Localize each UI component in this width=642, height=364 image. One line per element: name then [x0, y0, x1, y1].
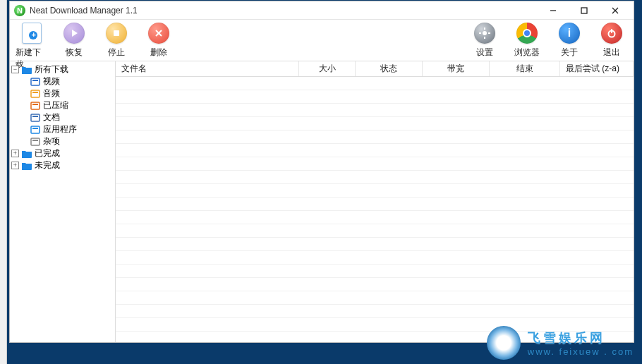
tool-label: 浏览器 [514, 47, 540, 59]
table-row[interactable] [116, 198, 634, 211]
tool-label: 停止 [108, 47, 125, 59]
list-body[interactable] [116, 77, 634, 342]
watermark: 飞雪娱乐网 www. feixuew . com [487, 326, 634, 360]
col-bandwidth[interactable]: 带宽 [423, 61, 490, 76]
category-icon [30, 113, 41, 123]
table-row[interactable] [116, 278, 634, 291]
table-row[interactable] [116, 144, 634, 157]
tree-incomplete[interactable]: + 未完成 [11, 159, 114, 171]
titlebar: N Neat Download Manager 1.1 [10, 1, 634, 20]
tree-all-downloads[interactable]: − 所有下载 [11, 63, 114, 75]
table-row[interactable] [116, 251, 634, 265]
folder-open-icon [21, 65, 32, 75]
exit-button[interactable]: 退出 [595, 23, 628, 59]
expand-icon[interactable]: + [11, 150, 19, 157]
delete-button[interactable]: 删除 [143, 23, 175, 59]
resume-button[interactable]: 恢复 [58, 23, 90, 59]
tree-category[interactable]: 已压缩 [11, 99, 114, 111]
watermark-title: 飞雪娱乐网 [528, 329, 634, 346]
maximize-button[interactable] [569, 2, 600, 19]
table-row[interactable] [116, 265, 634, 278]
settings-button[interactable]: 设置 [468, 23, 501, 59]
svg-rect-24 [32, 128, 38, 129]
category-icon [30, 77, 41, 87]
svg-rect-25 [31, 138, 40, 145]
category-icon [30, 89, 41, 99]
tree-category[interactable]: 应用程序 [11, 123, 114, 135]
table-row[interactable] [116, 104, 634, 117]
gear-icon [474, 23, 495, 44]
table-row[interactable] [116, 224, 634, 238]
browser-button[interactable]: 浏览器 [511, 23, 543, 59]
table-row[interactable] [116, 117, 634, 131]
col-filename[interactable]: 文件名 [116, 61, 299, 76]
tree-category[interactable]: 文档 [11, 111, 114, 123]
svg-point-8 [483, 31, 487, 35]
toolbar: 新建下载 恢复 停止 删除 设置 [10, 20, 634, 61]
expand-icon[interactable]: + [11, 162, 19, 169]
svg-rect-1 [581, 8, 587, 13]
svg-rect-5 [114, 30, 119, 36]
watermark-logo-icon [487, 326, 521, 360]
table-row[interactable] [116, 291, 634, 305]
col-size[interactable]: 大小 [299, 61, 356, 76]
folder-icon [21, 161, 32, 171]
category-tree[interactable]: − 所有下载 视频音频已压缩文档应用程序杂项 + 已完成 + 未完成 [10, 61, 116, 342]
info-icon: i [559, 23, 580, 44]
svg-rect-26 [32, 140, 38, 141]
svg-rect-22 [32, 116, 38, 117]
stop-icon [106, 23, 127, 44]
tree-category[interactable]: 视频 [11, 75, 114, 87]
app-icon: N [14, 5, 25, 16]
svg-rect-18 [32, 92, 38, 93]
tool-label: 退出 [603, 47, 620, 59]
category-icon [30, 125, 41, 135]
tool-label: 恢复 [66, 47, 83, 59]
svg-rect-19 [31, 102, 40, 109]
tool-label: 设置 [476, 47, 493, 59]
category-icon [30, 101, 41, 111]
table-row[interactable] [116, 305, 634, 318]
tree-category[interactable]: 音频 [11, 87, 114, 99]
power-icon [601, 23, 622, 44]
svg-marker-4 [72, 30, 78, 37]
collapse-icon[interactable]: − [11, 66, 19, 73]
chrome-icon [516, 23, 538, 44]
svg-rect-9 [484, 28, 485, 30]
svg-rect-23 [31, 126, 40, 133]
folder-icon [21, 149, 32, 159]
svg-rect-17 [31, 90, 40, 97]
delete-icon [148, 23, 169, 44]
table-row[interactable] [116, 171, 634, 184]
about-button[interactable]: i 关于 [553, 23, 586, 59]
tool-label: 删除 [150, 47, 167, 59]
minimize-button[interactable] [538, 2, 569, 19]
tool-label: 关于 [561, 47, 578, 59]
table-row[interactable] [116, 211, 634, 224]
category-icon [30, 137, 41, 147]
table-row[interactable] [116, 77, 634, 90]
table-row[interactable] [116, 131, 634, 144]
svg-rect-12 [488, 32, 490, 34]
tree-category[interactable]: 杂项 [11, 135, 114, 147]
svg-rect-11 [479, 32, 481, 34]
table-row[interactable] [116, 238, 634, 251]
list-header: 文件名 大小 状态 带宽 结束 最后尝试 (z-a) [116, 61, 634, 77]
col-status[interactable]: 状态 [356, 61, 423, 76]
col-last-attempt[interactable]: 最后尝试 (z-a) [560, 61, 634, 76]
svg-rect-15 [31, 78, 40, 85]
svg-rect-21 [31, 114, 40, 121]
svg-rect-20 [32, 104, 38, 105]
download-list: 文件名 大小 状态 带宽 结束 最后尝试 (z-a) [116, 61, 634, 342]
play-icon [63, 23, 85, 44]
table-row[interactable] [116, 184, 634, 198]
col-end[interactable]: 结束 [490, 61, 560, 76]
table-row[interactable] [116, 157, 634, 171]
close-button[interactable] [600, 2, 631, 19]
stop-button[interactable]: 停止 [100, 23, 133, 59]
watermark-url: www. feixuew . com [528, 346, 634, 357]
tree-completed[interactable]: + 已完成 [11, 147, 114, 159]
app-window: N Neat Download Manager 1.1 新建下载 恢复 停止 [9, 1, 634, 343]
table-row[interactable] [116, 90, 634, 104]
window-title: Neat Download Manager 1.1 [30, 6, 538, 16]
